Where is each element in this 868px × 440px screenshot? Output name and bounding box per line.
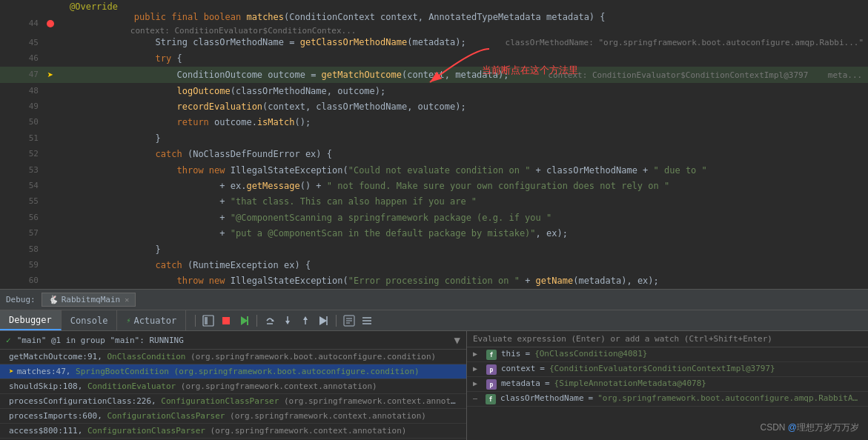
stack-panel: ✓ "main" @1 in group "main": RUNNING ▼ g…: [0, 331, 467, 440]
eval-header[interactable]: Evaluate expression (Enter) or add a wat…: [467, 331, 868, 347]
var-equals: =: [540, 364, 545, 373]
code-line: 60 throw new IllegalStateException("Erro…: [0, 273, 868, 289]
settings-button[interactable]: [359, 313, 375, 329]
expand-icon: –: [473, 394, 481, 402]
tab-debugger[interactable]: Debugger: [0, 310, 62, 330]
svg-rect-2: [205, 317, 208, 324]
var-name: this: [501, 349, 521, 359]
line-gutter: 52: [0, 147, 44, 161]
frame-class: ConfigurationClassParser: [107, 411, 225, 421]
debug-arrow-icon: ➤: [47, 68, 53, 81]
variable-item[interactable]: ▶ p metadata = {SimpleAnnotationMetadata…: [467, 377, 868, 392]
line-gutter: 56: [0, 211, 44, 224]
toolbar-separator: [195, 315, 196, 327]
frame-method: access$800:111,: [9, 426, 87, 436]
frame-item[interactable]: getMatchOutcome:91, OnClassCondition (or…: [0, 350, 466, 364]
run-to-cursor-button[interactable]: [315, 313, 331, 329]
debug-tabs-bar: Debug: 🐇 RabbitmqMain ✕: [0, 290, 868, 310]
tab-debugger-label: Debugger: [9, 315, 52, 325]
code-editor: @Override 44 public final boolean matche…: [0, 0, 868, 289]
frame-item[interactable]: processImports:600, ConfigurationClassPa…: [0, 409, 466, 424]
toolbar-separator: [336, 315, 337, 327]
session-tab-label: RabbitmqMain: [62, 295, 120, 304]
filter-button[interactable]: ▼: [454, 334, 460, 346]
frame-package: (org.springframework.context.annotation): [176, 381, 377, 391]
svg-marker-11: [303, 316, 308, 320]
var-value: "org.springframework.boot.autoconfigure.…: [597, 393, 862, 403]
tab-actuator-label: Actuator: [133, 316, 176, 326]
step-out-button[interactable]: [297, 313, 314, 329]
evaluate-button[interactable]: [341, 313, 357, 329]
variable-item[interactable]: ▶ f this = {OnClassCondition@4081}: [467, 347, 868, 362]
stop-debug-button[interactable]: [218, 313, 234, 329]
var-name: context: [501, 364, 535, 373]
expand-icon: ▶: [473, 350, 482, 358]
tab-actuator[interactable]: ⚡ Actuator: [117, 310, 186, 330]
svg-marker-12: [319, 316, 327, 325]
frame-package: (org.springframework.context.annotation): [205, 426, 407, 436]
var-name: metadata: [501, 379, 540, 388]
expand-icon: ▶: [473, 379, 482, 387]
line-gutter: 51: [0, 132, 44, 145]
debug-panel: Debug: 🐇 RabbitmqMain ✕ Debugger Console…: [0, 289, 868, 440]
close-session-icon[interactable]: ✕: [125, 296, 129, 304]
line-gutter: 44: [0, 17, 44, 30]
toolbar-buttons: [192, 313, 375, 329]
line-gutter: 45: [0, 36, 44, 50]
svg-marker-9: [285, 321, 290, 324]
var-equals: =: [545, 379, 550, 388]
frame-class: ConfigurationClassParser: [87, 426, 205, 436]
frame-class: OnClassCondition: [107, 352, 185, 361]
frame-method: matches:47,: [17, 367, 76, 376]
frame-item[interactable]: shouldSkip:108, ConditionEvaluator (org.…: [0, 379, 466, 394]
tab-bar: Debugger Console ⚡ Actuator: [0, 310, 868, 331]
line-gutter: 50: [0, 116, 44, 129]
restore-layout-button[interactable]: [200, 313, 216, 329]
var-equals: =: [526, 349, 531, 359]
line-gutter: 49: [0, 100, 44, 113]
frame-package: (org.springframework.context.annotation): [225, 411, 426, 421]
line-gutter: 58: [0, 243, 44, 256]
breakpoint-marker: [47, 20, 54, 27]
frame-class: SpringBootCondition: [76, 367, 169, 376]
var-type-icon: f: [486, 350, 497, 360]
line-gutter: 47: [0, 68, 44, 81]
step-into-button[interactable]: [279, 313, 296, 329]
frame-method: shouldSkip:108,: [9, 381, 87, 391]
var-type-icon: p: [486, 379, 497, 390]
debug-label: Debug:: [6, 295, 36, 304]
line-gutter: 60: [0, 274, 44, 287]
var-value: {ConditionEvaluator$ConditionContextImpl…: [549, 364, 775, 373]
breakpoint-area: ➤: [44, 68, 56, 81]
line-gutter: 54: [0, 179, 44, 193]
status-bar: ✓ "main" @1 in group "main": RUNNING ▼: [0, 331, 466, 350]
debug-session-tab[interactable]: 🐇 RabbitmqMain ✕: [42, 293, 136, 307]
frame-method: processConfigurationClass:226,: [9, 396, 161, 406]
status-text: "main" @1 in group "main": RUNNING: [17, 336, 184, 345]
frame-item[interactable]: access$800:111, ConfigurationClassParser…: [0, 424, 466, 439]
var-type-icon: f: [486, 394, 496, 404]
tab-console[interactable]: Console: [62, 310, 118, 330]
actuator-icon: ⚡: [126, 316, 130, 324]
variable-item[interactable]: ▶ p context = {ConditionEvaluator$Condit…: [467, 362, 868, 377]
frame-item[interactable]: ➤matches:47, SpringBootCondition (org.sp…: [0, 364, 466, 379]
step-over-button[interactable]: [262, 313, 278, 329]
line-gutter: 59: [0, 259, 44, 272]
line-gutter: 53: [0, 164, 44, 177]
var-equals: =: [589, 393, 594, 403]
frame-method: processImports:600,: [9, 411, 107, 421]
svg-marker-4: [241, 316, 248, 325]
frame-item[interactable]: processConfigurationClass:226, Configura…: [0, 394, 466, 409]
active-frame-arrow: ➤: [9, 367, 14, 376]
var-value: {SimpleAnnotationMetadata@4078}: [554, 379, 706, 388]
code-content: throw new IllegalStateException("Error p…: [67, 261, 868, 289]
frame-method: getMatchOutcome:91,: [9, 352, 107, 361]
frame-package: (org.springframework.boot.autoconfigure.…: [185, 352, 436, 361]
line-gutter: 55: [0, 195, 44, 208]
frame-class: ConfigurationClassParser: [161, 396, 279, 406]
svg-rect-5: [247, 316, 248, 325]
rabbit-icon: 🐇: [48, 295, 59, 304]
breakpoint-area: [44, 20, 56, 27]
variable-item[interactable]: – f classOrMethodName = "org.springframe…: [467, 392, 868, 407]
resume-button[interactable]: [236, 313, 252, 329]
